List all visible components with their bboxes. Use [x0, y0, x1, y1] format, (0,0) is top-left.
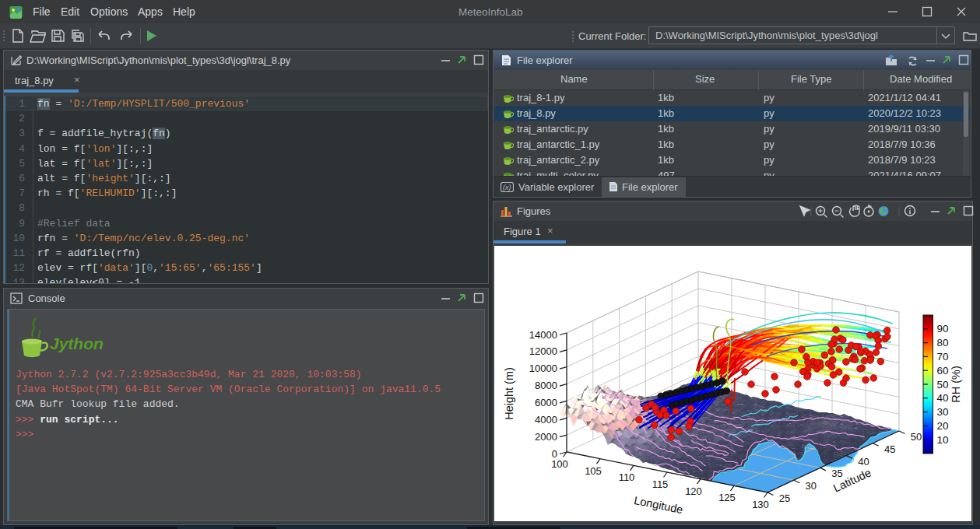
svg-text:60: 60 — [937, 365, 949, 377]
svg-text:8000: 8000 — [535, 380, 557, 391]
svg-text:35: 35 — [831, 468, 842, 479]
svg-text:40: 40 — [937, 392, 949, 404]
svg-text:12000: 12000 — [529, 345, 557, 357]
svg-text:30: 30 — [806, 480, 817, 492]
svg-text:70: 70 — [937, 351, 949, 363]
svg-text:14000: 14000 — [529, 329, 557, 341]
svg-text:50: 50 — [911, 431, 922, 443]
svg-text:45: 45 — [884, 443, 895, 455]
svg-text:110: 110 — [619, 471, 635, 483]
svg-text:Jython: Jython — [50, 335, 104, 352]
svg-text:4000: 4000 — [535, 414, 557, 426]
svg-text:25: 25 — [779, 492, 790, 504]
svg-text:100: 100 — [551, 458, 568, 470]
svg-text:40: 40 — [858, 456, 869, 468]
svg-text:120: 120 — [685, 485, 702, 497]
svg-text:10000: 10000 — [529, 363, 557, 374]
svg-text:Height (m): Height (m) — [503, 367, 515, 420]
svg-text:50: 50 — [937, 379, 949, 391]
svg-text:105: 105 — [585, 465, 602, 477]
svg-text:2000: 2000 — [535, 431, 557, 443]
svg-text:115: 115 — [652, 478, 669, 490]
svg-text:80: 80 — [937, 337, 949, 349]
svg-text:90: 90 — [937, 323, 949, 335]
svg-text:(x): (x) — [503, 184, 511, 191]
svg-text:RH (%): RH (%) — [950, 366, 962, 403]
svg-text:10: 10 — [937, 434, 949, 446]
svg-text:125: 125 — [718, 492, 736, 503]
svg-text:6000: 6000 — [535, 397, 557, 408]
svg-text:130: 130 — [752, 499, 769, 510]
svg-text:20: 20 — [937, 420, 949, 432]
svg-text:30: 30 — [937, 406, 949, 418]
